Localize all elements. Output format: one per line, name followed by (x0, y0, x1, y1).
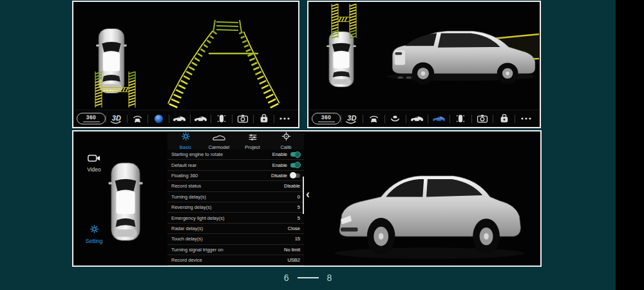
badge-360-label: 360 (321, 115, 332, 121)
pagination-total[interactable]: 8 (327, 273, 332, 283)
settings-scrollbar[interactable] (303, 177, 304, 214)
top-left-camera-panel: 3603D (72, 1, 299, 128)
badge-3d: 3D (347, 114, 356, 124)
gear-icon (90, 224, 99, 237)
setting-value: No limit (284, 247, 300, 253)
snapshot-camera-icon[interactable] (472, 110, 493, 127)
car-3d-view-icon[interactable] (428, 110, 450, 127)
setting-value: 15 (295, 236, 300, 242)
setting-row[interactable]: Touch delay(s) 15 (167, 234, 304, 244)
settings-tabs: BasicCarmodelProjectCalib (167, 132, 304, 150)
dvr-bag-icon[interactable] (254, 110, 274, 127)
top-right-camera-panel: 3603D (307, 1, 541, 128)
screen: 3603D 3603D Video Setting BasicCarmodelP… (0, 0, 644, 290)
video-camera-icon (88, 153, 100, 165)
snapshot-camera-icon[interactable] (232, 110, 253, 127)
bowl-view-icon[interactable] (385, 110, 406, 127)
toggle-off[interactable] (290, 173, 300, 178)
radar-view-icon[interactable] (211, 110, 232, 127)
setting-row[interactable]: Turning signal trigger on No limit (167, 245, 304, 255)
toggle-on[interactable] (290, 163, 300, 168)
setting-row[interactable]: Record device USB2 (167, 255, 304, 266)
setting-label: Emergency light delay(s) (171, 215, 298, 221)
caroutline-icon (212, 132, 226, 144)
setting-row[interactable]: Default rear Enable (167, 160, 304, 170)
setting-label: Reversing delay(s) (171, 204, 298, 210)
setting-value: USB2 (287, 257, 300, 263)
badge-360-subtext (83, 121, 100, 122)
setting-row[interactable]: Radar delay(s) Close (167, 224, 304, 234)
collapse-chevron-left-icon[interactable]: ‹ (306, 188, 310, 200)
setting-row[interactable]: Turning delay(s) 0 (167, 192, 304, 202)
car-side-view-icon[interactable] (169, 110, 190, 127)
setting-value: 5 (298, 204, 300, 210)
setting-label: Default rear (171, 162, 272, 168)
tab-carmodel[interactable]: Carmodel (202, 132, 236, 150)
setting-label: Radar delay(s) (171, 226, 288, 231)
view-3d-button[interactable]: 3D (341, 110, 363, 127)
tab-calib[interactable]: Calib (269, 132, 303, 150)
pagination-separator-line (298, 277, 319, 278)
birdseye-view (73, 2, 147, 110)
pagination: 6 8 (0, 273, 616, 283)
toggle-knob (290, 172, 296, 179)
badge-360: 360 (312, 113, 341, 124)
crosshair-icon (281, 131, 291, 144)
tab-label: Calib (280, 144, 291, 150)
toggle-knob (294, 151, 301, 158)
sidebar-item-setting[interactable]: Setting (79, 224, 109, 244)
tab-label: Basic (180, 144, 191, 150)
setting-row[interactable]: Reversing delay(s) 5 (167, 202, 304, 213)
tab-label: Project (245, 144, 260, 150)
camera-toolbar: 3603D (308, 110, 540, 127)
tab-project[interactable]: Project (236, 132, 269, 150)
bowl-view-icon[interactable] (148, 110, 169, 127)
tab-label: Carmodel (209, 144, 230, 150)
setting-label: Starting engine to rotate (171, 151, 272, 157)
setting-label: Turning delay(s) (171, 194, 298, 200)
sidebar-item-video[interactable]: Video (79, 153, 109, 173)
setting-value: Disable (284, 183, 300, 189)
setting-label: Record status (171, 183, 284, 189)
sidebar-setting-label: Setting (86, 238, 102, 244)
setting-value: Enable (272, 151, 287, 157)
sliders-icon (248, 132, 258, 144)
setting-label: Touch delay(s) (171, 236, 295, 242)
parking-guide-ladder (73, 2, 147, 110)
more-options-icon[interactable] (274, 110, 295, 127)
car-3d-view-icon[interactable] (191, 110, 211, 127)
dvr-bag-icon[interactable] (493, 110, 515, 127)
setting-label: Turning signal trigger on (171, 247, 284, 253)
setting-row[interactable]: Record status Disable (167, 181, 304, 191)
view-360-button[interactable]: 360 (77, 110, 106, 127)
radar-view-icon[interactable] (450, 110, 471, 127)
badge-360: 360 (77, 113, 106, 124)
settings-list: BasicCarmodelProjectCalib Starting engin… (167, 132, 304, 266)
setting-value: 5 (298, 215, 300, 221)
toggle-on[interactable] (290, 152, 300, 157)
view-360-button[interactable]: 360 (312, 110, 341, 127)
view-3d-button[interactable]: 3D (106, 110, 127, 127)
badge-3d: 3D (112, 114, 121, 124)
more-options-icon[interactable] (515, 110, 536, 127)
settings-rows: Starting engine to rotate EnableDefault … (167, 150, 304, 266)
birdseye-view (308, 2, 381, 110)
pagination-current[interactable]: 6 (284, 273, 289, 283)
badge-360-label: 360 (86, 115, 97, 121)
setting-label: Record device (171, 257, 287, 263)
tab-basic[interactable]: Basic (169, 132, 202, 150)
setting-row[interactable]: Starting engine to rotate Enable (167, 150, 304, 160)
right-black-strip (616, 0, 644, 290)
front-camera-view-icon[interactable] (363, 110, 384, 127)
parking-guide-ladder (308, 2, 381, 110)
setting-row[interactable]: Emergency light delay(s) 5 (167, 213, 304, 223)
sidebar-video-label: Video (87, 166, 101, 173)
car-3d-view (381, 2, 540, 110)
setting-value: Disable (271, 173, 287, 179)
front-camera-view-icon[interactable] (128, 110, 148, 127)
setting-row[interactable]: Floating 360 Disable (167, 171, 304, 181)
badge-360-subtext (318, 121, 335, 122)
car-side-view-icon[interactable] (406, 110, 428, 127)
settings-panel: Video Setting BasicCarmodelProjectCalib … (72, 130, 542, 267)
rear-camera-view (147, 2, 298, 110)
